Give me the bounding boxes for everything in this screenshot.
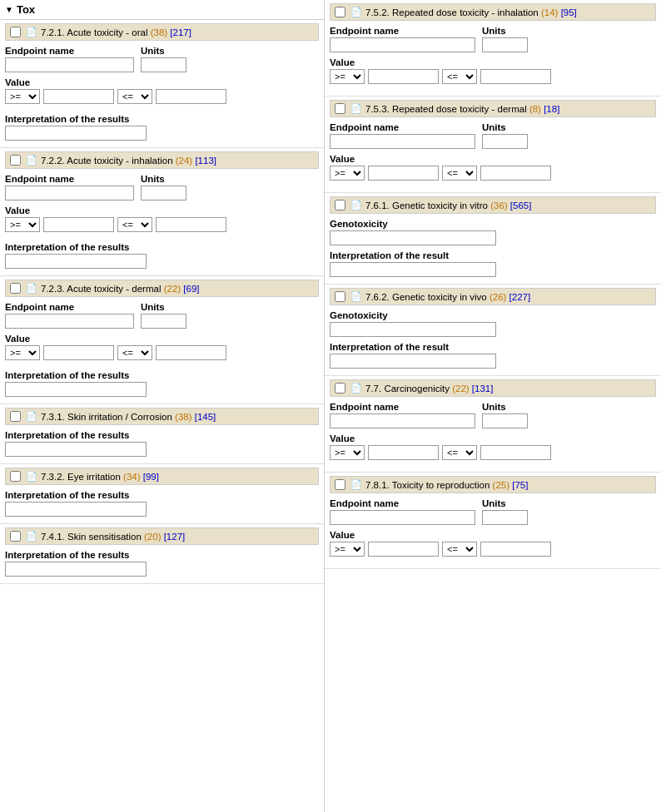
units-input-7.8.1[interactable] [482, 510, 528, 525]
checkbox-7.8.1[interactable] [335, 479, 345, 490]
interp-result-input-7.6.1[interactable] [330, 262, 496, 277]
interp-group-7.2.2: Interpretation of the results [5, 242, 319, 269]
count-7.7: (22) [452, 384, 469, 394]
checkbox-7.7[interactable] [335, 383, 345, 394]
units-input-7.5.2[interactable] [482, 37, 528, 52]
endpoint-input-7.7[interactable] [330, 413, 475, 428]
units-input-7.2.2[interactable] [141, 186, 186, 201]
gte-select-7.5.3[interactable]: >=<= [330, 166, 365, 181]
value-max-7.7[interactable] [480, 445, 551, 460]
lte-select-7.2.3[interactable]: <=>= [117, 345, 152, 360]
interp-label-7.3.2: Interpretation of the results [5, 490, 319, 500]
value-max-7.2.1[interactable] [156, 89, 226, 104]
units-label-7.2.3: Units [141, 302, 186, 312]
value-max-7.5.2[interactable] [480, 69, 551, 84]
units-input-7.7[interactable] [482, 413, 528, 428]
units-group-7.5.3: Units [482, 122, 528, 149]
right-panel[interactable]: 📄 7.5.2. Repeated dose toxicity - inhala… [325, 0, 661, 812]
interp-input-7.3.2[interactable] [5, 502, 147, 517]
endpoint-input-7.8.1[interactable] [330, 510, 475, 525]
checkbox-7.6.1[interactable] [335, 200, 345, 210]
value-label-7.5.3: Value [330, 154, 656, 164]
value-min-7.8.1[interactable] [368, 542, 439, 557]
endpoint-units-row-7.5.2: Endpoint name Units [330, 26, 656, 52]
value-row-7.2.3: >=<= <=>= [5, 345, 319, 360]
lte-select-7.8.1[interactable]: <=>= [442, 542, 477, 557]
value-min-7.5.3[interactable] [368, 166, 439, 181]
lte-select-7.5.3[interactable]: <=>= [442, 166, 477, 181]
section-title-7.5.3: 7.5.3. Repeated dose toxicity - dermal (… [365, 104, 559, 114]
checkbox-7.5.2[interactable] [335, 7, 345, 17]
endpoint-input-7.2.2[interactable] [5, 186, 134, 201]
endpoint-label-7.2.2: Endpoint name [5, 174, 134, 184]
bracket-7.2.3: [69] [183, 284, 199, 294]
units-label-7.2.1: Units [141, 46, 186, 56]
interp-result-label-7.6.1: Interpretation of the result [330, 250, 656, 260]
gte-select-7.2.2[interactable]: >=<= [5, 217, 40, 232]
units-input-7.2.1[interactable] [141, 57, 186, 72]
checkbox-7.2.3[interactable] [10, 283, 21, 294]
value-min-7.2.3[interactable] [43, 345, 114, 360]
checkbox-7.4.1[interactable] [10, 531, 21, 542]
value-row-7.2.1: >=<== <=>== [5, 89, 319, 104]
geno-input-7.6.2[interactable] [330, 322, 496, 337]
left-panel[interactable]: ▼ Tox 📄 7.2.1. Acute toxicity - oral (38… [0, 0, 325, 812]
gte-select-7.2.3[interactable]: >=<= [5, 345, 40, 360]
units-input-7.5.3[interactable] [482, 134, 528, 149]
units-input-7.2.3[interactable] [141, 314, 186, 329]
section-title-7.5.2: 7.5.2. Repeated dose toxicity - inhalati… [365, 7, 577, 17]
interp-result-group-7.6.1: Interpretation of the result [330, 250, 656, 277]
count-7.5.2: (14) [541, 7, 558, 17]
endpoint-input-7.2.1[interactable] [5, 57, 134, 72]
value-group-7.5.3: Value >=<= <=>= [330, 154, 656, 186]
checkbox-7.2.2[interactable] [10, 155, 21, 166]
geno-input-7.6.1[interactable] [330, 230, 496, 245]
interp-result-input-7.6.2[interactable] [330, 354, 496, 369]
checkbox-7.6.2[interactable] [335, 291, 345, 302]
geno-label-7.6.1: Genotoxicity [330, 219, 656, 229]
interp-input-7.2.2[interactable] [5, 254, 147, 269]
endpoint-input-7.5.2[interactable] [330, 37, 475, 52]
checkbox-7.2.1[interactable] [10, 27, 21, 37]
gte-select-7.5.2[interactable]: >=<= [330, 69, 365, 84]
units-group-7.5.2: Units [482, 26, 528, 52]
value-row-7.7: >=<= <=>= [330, 445, 656, 460]
section-title-7.8.1: 7.8.1. Toxicity to reproduction (25) [75… [365, 480, 528, 490]
checkbox-7.5.3[interactable] [335, 103, 345, 114]
endpoint-input-7.2.3[interactable] [5, 314, 134, 329]
checkbox-7.3.1[interactable] [10, 411, 21, 422]
units-group-7.2.2: Units [141, 174, 186, 201]
section-icon-7.2.1: 📄 [26, 27, 37, 37]
endpoint-input-7.5.3[interactable] [330, 134, 475, 149]
gte-select-7.8.1[interactable]: >=<= [330, 542, 365, 557]
endpoint-group-7.2.3: Endpoint name [5, 302, 134, 329]
value-group-7.8.1: Value >=<= <=>= [330, 530, 656, 562]
geno-label-7.6.2: Genotoxicity [330, 310, 656, 320]
section-icon-7.5.2: 📄 [350, 7, 362, 17]
interp-input-7.3.1[interactable] [5, 442, 147, 457]
gte-select-7.2.1[interactable]: >=<== [5, 89, 40, 104]
interp-input-7.2.3[interactable] [5, 382, 147, 397]
value-max-7.5.3[interactable] [480, 166, 551, 181]
collapse-triangle[interactable]: ▼ [5, 5, 13, 14]
value-min-7.2.1[interactable] [43, 89, 114, 104]
interp-input-7.4.1[interactable] [5, 562, 147, 577]
gte-select-7.7[interactable]: >=<= [330, 445, 365, 460]
endpoint-label-7.7: Endpoint name [330, 402, 475, 412]
lte-select-7.5.2[interactable]: <=>= [442, 69, 477, 84]
value-max-7.8.1[interactable] [480, 542, 551, 557]
value-min-7.7[interactable] [368, 445, 439, 460]
endpoint-units-row-7.5.3: Endpoint name Units [330, 122, 656, 149]
lte-select-7.2.2[interactable]: <=>= [117, 217, 152, 232]
interp-input-7.2.1[interactable] [5, 126, 147, 141]
checkbox-7.3.2[interactable] [10, 471, 21, 482]
lte-select-7.7[interactable]: <=>= [442, 445, 477, 460]
value-min-7.5.2[interactable] [368, 69, 439, 84]
bracket-7.4.1: [127] [164, 532, 186, 542]
lte-select-7.2.1[interactable]: <=>== [117, 89, 152, 104]
value-max-7.2.2[interactable] [156, 217, 226, 232]
value-min-7.2.2[interactable] [43, 217, 114, 232]
interp-result-group-7.6.2: Interpretation of the result [330, 342, 656, 369]
value-max-7.2.3[interactable] [156, 345, 226, 360]
geno-group-7.6.2: Genotoxicity [330, 310, 656, 337]
